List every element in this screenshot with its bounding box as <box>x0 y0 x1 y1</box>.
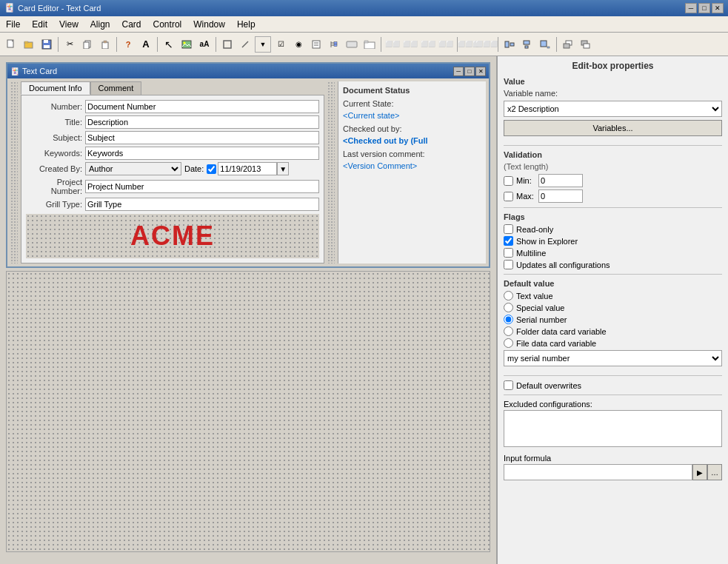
input-formula-input[interactable] <box>504 464 692 480</box>
resize-both[interactable] <box>537 36 553 53</box>
save-button[interactable] <box>39 36 55 53</box>
max-input[interactable] <box>538 189 583 203</box>
align-center-h[interactable]: ⬜⬜ <box>420 36 436 53</box>
document-status-panel: Document Status Current State: <Current … <box>338 81 486 263</box>
close-button[interactable]: ✕ <box>712 3 724 13</box>
min-checkbox[interactable] <box>504 176 513 186</box>
svg-rect-9 <box>102 42 108 49</box>
multiline-label: Multiline <box>516 249 546 258</box>
updates-all-checkbox[interactable] <box>504 260 513 269</box>
subject-input[interactable] <box>85 131 319 144</box>
show-in-explorer-checkbox[interactable] <box>504 236 513 246</box>
rect-tool[interactable] <box>219 36 236 53</box>
svg-rect-5 <box>44 40 48 43</box>
project-number-input[interactable] <box>85 180 319 193</box>
value-section-label: Value <box>504 77 722 86</box>
svg-rect-22 <box>334 44 337 46</box>
keywords-input[interactable] <box>85 147 319 160</box>
date-dropdown-arrow[interactable]: ▼ <box>277 162 289 175</box>
min-label: Min: <box>516 176 538 185</box>
default-overwrites-checkbox[interactable] <box>504 380 513 390</box>
checked-out-by-row: Checked out by: <box>343 124 481 133</box>
button-tool[interactable] <box>344 36 360 53</box>
date-checkbox[interactable] <box>207 164 216 174</box>
file-data-card-radio[interactable] <box>504 338 513 348</box>
serial-number-radio[interactable] <box>504 315 513 324</box>
tab-comment[interactable]: Comment <box>90 81 142 95</box>
form-row-title: Title: <box>26 115 319 129</box>
title-label: Title: <box>26 118 85 127</box>
folder-data-card-radio[interactable] <box>504 326 513 336</box>
variable-name-select[interactable]: x2 Description <box>504 101 722 117</box>
card-panel: 🃏 Text Card ─ □ ✕ Document Info Comment <box>0 56 496 564</box>
menu-card[interactable]: Card <box>116 18 147 31</box>
align-left[interactable]: ⬜⬜ <box>384 36 401 53</box>
minimize-button[interactable]: ─ <box>685 3 697 13</box>
text-value-radio[interactable] <box>504 291 513 301</box>
menu-edit[interactable]: Edit <box>26 18 53 31</box>
svg-rect-33 <box>564 44 570 48</box>
combo-tool[interactable]: ▼ <box>255 36 271 53</box>
app-icon: 🃏 <box>4 3 15 13</box>
multiline-checkbox[interactable] <box>504 248 513 258</box>
readonly-checkbox[interactable] <box>504 224 513 234</box>
tree-tool[interactable] <box>326 36 342 53</box>
formula-arrow-button[interactable]: ▶ <box>692 464 707 480</box>
tc-restore[interactable]: □ <box>464 67 475 76</box>
special-value-radio[interactable] <box>504 303 513 312</box>
min-input[interactable] <box>538 174 583 187</box>
tab-document-info[interactable]: Document Info <box>21 81 90 95</box>
select-tool[interactable]: ↖ <box>161 36 177 53</box>
date-input[interactable] <box>218 162 277 175</box>
distribute-h[interactable]: ⬜⬜⬜ <box>461 36 477 53</box>
special-value-row: Special value <box>504 303 722 312</box>
serial-number-select[interactable]: my serial number <box>504 350 722 366</box>
menu-window[interactable]: Window <box>187 18 231 31</box>
text-size-button[interactable]: aA <box>196 36 213 53</box>
copy-button[interactable] <box>79 36 96 53</box>
number-input[interactable] <box>85 100 319 113</box>
font-button[interactable]: A <box>138 36 154 53</box>
menu-align[interactable]: Align <box>84 18 116 31</box>
open-button[interactable] <box>21 36 37 53</box>
main-area: 🃏 Text Card ─ □ ✕ Document Info Comment <box>0 56 728 564</box>
menu-control[interactable]: Control <box>147 18 188 31</box>
tc-minimize[interactable]: ─ <box>453 67 464 76</box>
restore-button[interactable]: □ <box>698 3 710 13</box>
max-row: Max: <box>504 189 722 203</box>
radio-tool[interactable]: ◉ <box>290 36 307 53</box>
align-right[interactable]: ⬜⬜ <box>402 36 418 53</box>
line-tool[interactable] <box>237 36 253 53</box>
multiline-row: Multiline <box>504 248 722 258</box>
align-center-v[interactable]: ⬜⬜ <box>438 36 454 53</box>
tab-tool[interactable] <box>361 36 378 53</box>
to-back[interactable] <box>578 36 594 53</box>
image-button[interactable] <box>178 36 195 53</box>
resize-v[interactable] <box>519 36 535 53</box>
menu-view[interactable]: View <box>53 18 84 31</box>
tab-content: Number: Title: Subject: <box>21 95 324 263</box>
to-front[interactable] <box>560 36 576 53</box>
distribute-v[interactable]: ⬜⬜⬜ <box>478 36 495 53</box>
cut-button[interactable]: ✂ <box>61 36 78 53</box>
new-button[interactable] <box>3 36 19 53</box>
formula-dots-button[interactable]: … <box>707 464 722 480</box>
tc-close[interactable]: ✕ <box>475 67 486 76</box>
list-tool[interactable] <box>308 36 324 53</box>
title-input[interactable] <box>85 115 319 129</box>
resize-h[interactable] <box>501 36 518 53</box>
variables-button[interactable]: Variables... <box>504 120 722 136</box>
grill-type-input[interactable] <box>85 198 319 211</box>
excluded-config-textarea[interactable] <box>504 410 722 447</box>
excluded-config-label: Excluded configurations: <box>504 400 722 409</box>
text-value-row: Text value <box>504 291 722 301</box>
menu-help[interactable]: Help <box>231 18 261 31</box>
menu-file[interactable]: File <box>0 18 26 31</box>
check-tool[interactable]: ☑ <box>273 36 289 53</box>
paste-button[interactable] <box>97 36 113 53</box>
max-checkbox[interactable] <box>504 192 513 201</box>
help-button[interactable]: ? <box>120 36 136 53</box>
toolbar-sep-2 <box>116 37 117 52</box>
author-select[interactable]: Author User1 User2 <box>85 162 181 175</box>
form-row-author: Created By: Author User1 User2 Date: ▼ <box>26 162 319 175</box>
